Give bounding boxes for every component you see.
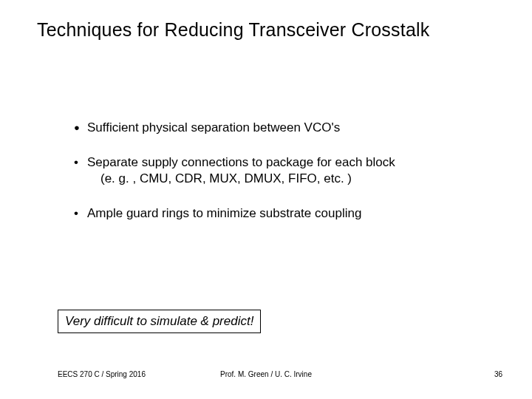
footer-center: Prof. M. Green / U. C. Irvine xyxy=(0,370,532,378)
bullet-icon: • xyxy=(74,154,87,186)
bullet-list: ● Sufficient physical separation between… xyxy=(74,120,473,240)
slide-title: Techniques for Reducing Transceiver Cros… xyxy=(37,19,429,41)
bullet-icon: • xyxy=(74,205,87,221)
footer-page-number: 36 xyxy=(494,370,502,378)
bullet-text: Separate supply connections to package f… xyxy=(87,154,473,186)
bullet-line: Separate supply connections to package f… xyxy=(87,155,395,169)
note-box: Very difficult to simulate & predict! xyxy=(58,310,261,333)
bullet-icon: ● xyxy=(74,122,87,137)
bullet-subline: (e. g. , CMU, CDR, MUX, DMUX, FIFO, etc.… xyxy=(100,171,352,185)
bullet-text: Sufficient physical separation between V… xyxy=(87,120,473,135)
bullet-item: • Separate supply connections to package… xyxy=(74,154,473,186)
bullet-item: ● Sufficient physical separation between… xyxy=(74,120,473,135)
bullet-item: • Ample guard rings to minimize substrat… xyxy=(74,205,473,221)
slide: Techniques for Reducing Transceiver Cros… xyxy=(0,0,532,399)
bullet-text: Ample guard rings to minimize substrate … xyxy=(87,205,473,221)
